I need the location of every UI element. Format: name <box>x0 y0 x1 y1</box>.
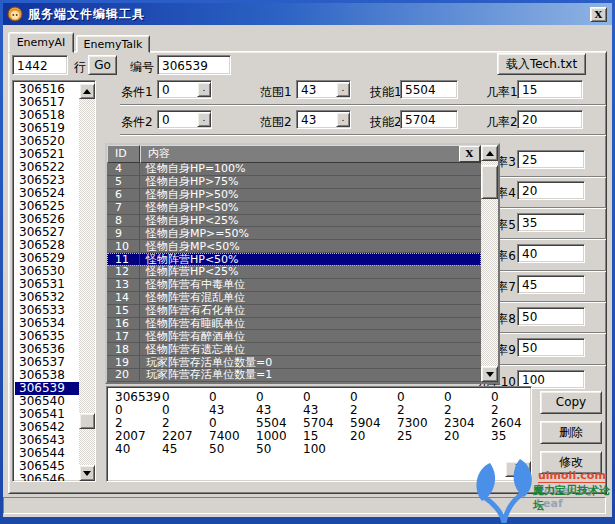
go-button[interactable]: Go <box>88 55 117 75</box>
popup-row-text: 怪物自身HP<50% <box>140 202 239 215</box>
app-window: 服务端文件编辑工具 X EnemyAI EnemyTalk 行 Go 编号 载入… <box>0 0 615 524</box>
popup-row[interactable]: 14怪物阵营有混乱单位 <box>107 292 481 305</box>
popup-row[interactable]: 7怪物自身HP<50% <box>107 202 481 215</box>
popup-scroll-down-icon[interactable] <box>481 366 498 382</box>
popup-row-text: 怪物阵营有混乱单位 <box>140 292 245 305</box>
popup-row[interactable]: 15怪物阵营有石化单位 <box>107 305 481 318</box>
popup-row-id: 18 <box>107 343 140 355</box>
popup-row-id: 4 <box>107 163 140 175</box>
cond1-label: 条件1 <box>121 84 153 101</box>
popup-row-text: 怪物自身HP=100% <box>140 163 246 176</box>
popup-col-id[interactable]: ID <box>107 145 140 163</box>
popup-row[interactable]: 9怪物自身MP>=50% <box>107 227 481 240</box>
popup-row-text: 玩家阵营存活单位数量=1 <box>140 369 272 382</box>
popup-row[interactable]: 8怪物自身HP<25% <box>107 215 481 228</box>
popup-row-id: 5 <box>107 176 140 188</box>
output-value: 35 <box>491 430 532 443</box>
popup-scroll-thumb[interactable] <box>481 165 498 199</box>
popup-row[interactable]: 17怪物阵营有醉酒单位 <box>107 330 481 343</box>
rate-input[interactable] <box>517 338 585 357</box>
skill1-label: 技能1 <box>370 84 402 101</box>
popup-row[interactable]: 13怪物阵营有中毒单位 <box>107 279 481 292</box>
popup-row[interactable]: 19玩家阵营存活单位数量=0 <box>107 356 481 369</box>
star-button[interactable]: * <box>505 461 531 477</box>
popup-row-list: 4怪物自身HP=100%5怪物自身HP>75%6怪物自身HP>50%7怪物自身H… <box>107 163 481 382</box>
skill2-input[interactable] <box>400 110 458 129</box>
skill1-input[interactable] <box>400 80 458 99</box>
output-value: 50 <box>256 443 303 456</box>
popup-row-id: 7 <box>107 202 140 214</box>
popup-row-text: 怪物自身MP<50% <box>140 240 240 253</box>
rate-input[interactable] <box>517 244 585 263</box>
scroll-up-icon[interactable] <box>79 83 95 99</box>
popup-row-id: 16 <box>107 318 140 330</box>
range2-picker-button[interactable]: . <box>336 112 350 127</box>
popup-row-text: 怪物自身HP>75% <box>140 176 239 189</box>
output-value: 50 <box>209 443 256 456</box>
cond1-picker-button[interactable]: . <box>197 82 211 97</box>
load-tech-button[interactable]: 载入Tech.txt <box>497 53 586 75</box>
popup-close-icon[interactable]: X <box>459 146 480 162</box>
output-value: 20 <box>444 430 491 443</box>
rate-input[interactable] <box>517 307 585 326</box>
popup-row-id: 8 <box>107 215 140 227</box>
popup-row-id: 10 <box>107 240 140 252</box>
window-title: 服务端文件编辑工具 <box>28 6 145 23</box>
popup-row-id: 9 <box>107 227 140 239</box>
modify-button[interactable]: 修改 <box>540 451 602 474</box>
separator <box>120 134 606 136</box>
popup-row[interactable]: 4怪物自身HP=100% <box>107 163 481 176</box>
output-line: 40455050100 <box>107 443 531 456</box>
list-scrollbar[interactable] <box>79 83 95 481</box>
popup-row[interactable]: 5怪物自身HP>75% <box>107 176 481 189</box>
popup-row-text: 怪物阵营HP<25% <box>140 266 239 279</box>
rate1-label: 几率1 <box>486 84 518 101</box>
popup-row[interactable]: 11怪物阵营HP<50% <box>107 253 481 266</box>
list-scroll-thumb[interactable] <box>79 413 95 429</box>
rate2-label: 几率2 <box>486 114 518 131</box>
list-item[interactable]: 306546 <box>15 473 79 481</box>
scroll-down-icon[interactable] <box>79 465 95 481</box>
popup-row[interactable]: 10怪物自身MP<50% <box>107 240 481 253</box>
range1-label: 范围1 <box>260 84 292 101</box>
popup-row[interactable]: 6怪物自身HP>50% <box>107 189 481 202</box>
popup-row-text: 怪物自身MP>=50% <box>140 227 249 240</box>
rate-input[interactable] <box>517 275 585 294</box>
rate-input[interactable] <box>517 181 585 200</box>
popup-row[interactable]: 16怪物阵营有睡眠单位 <box>107 318 481 331</box>
popup-scroll-up-icon[interactable] <box>481 145 498 161</box>
rate2-input[interactable] <box>517 110 583 129</box>
popup-row-id: 11 <box>107 253 140 265</box>
popup-row[interactable]: 18怪物阵营有遗忘单位 <box>107 343 481 356</box>
popup-row-id: 13 <box>107 279 140 291</box>
popup-col-content[interactable]: 内容 <box>140 145 481 163</box>
popup-row[interactable]: 12怪物阵营HP<25% <box>107 266 481 279</box>
output-value: 100 <box>303 443 350 456</box>
tab-enemytalk[interactable]: EnemyTalk <box>76 35 150 53</box>
id-label: 编号 <box>130 59 154 76</box>
app-icon <box>7 6 23 22</box>
separator <box>120 104 606 106</box>
popup-row-id: 6 <box>107 189 140 201</box>
popup-row-id: 20 <box>107 369 140 381</box>
line-number-input[interactable] <box>12 55 68 75</box>
rate1-input[interactable] <box>517 80 583 99</box>
record-listbox[interactable]: 3065163065173065183065193065203065213065… <box>12 80 96 482</box>
rate-input[interactable] <box>517 213 585 232</box>
popup-row-text: 怪物自身HP<25% <box>140 215 239 228</box>
range1-picker-button[interactable]: . <box>336 82 350 97</box>
popup-row[interactable]: 20玩家阵营存活单位数量=1 <box>107 369 481 382</box>
cond2-picker-button[interactable]: . <box>197 112 211 127</box>
output-value: 25 <box>397 430 444 443</box>
popup-row-text: 怪物阵营有醉酒单位 <box>140 330 245 343</box>
record-data-output[interactable]: 3065390000000000434343222222055045704590… <box>106 386 532 482</box>
rate-input[interactable] <box>517 150 585 169</box>
popup-row-text: 玩家阵营存活单位数量=0 <box>140 356 272 369</box>
id-input[interactable] <box>157 55 231 75</box>
copy-button[interactable]: Copy <box>540 391 602 414</box>
popup-scrollbar[interactable] <box>481 145 498 382</box>
close-icon[interactable]: X <box>590 7 607 22</box>
tab-enemyai[interactable]: EnemyAI <box>8 32 74 53</box>
popup-row-id: 19 <box>107 356 140 368</box>
delete-button[interactable]: 删除 <box>540 421 602 444</box>
